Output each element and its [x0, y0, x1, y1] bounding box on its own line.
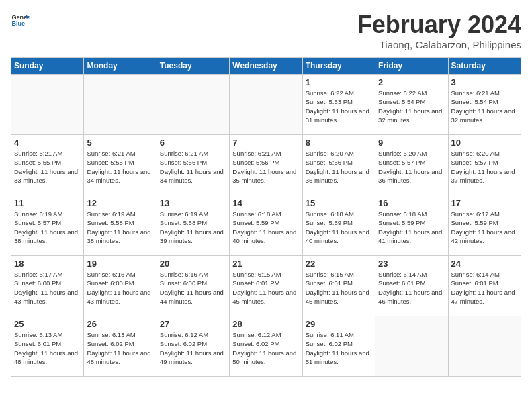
header-saturday: Saturday [448, 58, 521, 75]
day-info: Sunrise: 6:19 AMSunset: 5:57 PMDaylight:… [14, 210, 81, 245]
day-number: 14 [232, 198, 299, 208]
day-number: 11 [14, 198, 81, 208]
table-row: 26 Sunrise: 6:13 AMSunset: 6:02 PMDaylig… [84, 316, 157, 377]
day-number: 29 [306, 319, 372, 329]
day-info: Sunrise: 6:21 AMSunset: 5:55 PMDaylight:… [87, 149, 153, 185]
table-row: 21 Sunrise: 6:15 AMSunset: 6:01 PMDaylig… [230, 256, 302, 316]
day-number: 22 [306, 259, 372, 269]
day-number: 25 [14, 319, 81, 329]
header-thursday: Thursday [302, 58, 375, 75]
day-number: 27 [160, 319, 226, 329]
header-monday: Monday [84, 58, 157, 75]
table-row: 15 Sunrise: 6:18 AMSunset: 5:59 PMDaylig… [302, 195, 375, 256]
title-area: February 2024 Tiaong, Calabarzon, Philip… [357, 11, 521, 50]
day-number: 18 [14, 259, 81, 269]
table-row: 7 Sunrise: 6:21 AMSunset: 5:56 PMDayligh… [230, 135, 302, 195]
day-info: Sunrise: 6:21 AMSunset: 5:54 PMDaylight:… [451, 89, 518, 124]
day-number: 6 [160, 138, 226, 148]
table-row: 9 Sunrise: 6:20 AMSunset: 5:57 PMDayligh… [375, 135, 448, 195]
table-row [11, 75, 84, 135]
calendar-table: Sunday Monday Tuesday Wednesday Thursday… [11, 57, 521, 377]
day-number: 3 [451, 77, 518, 87]
table-row: 11 Sunrise: 6:19 AMSunset: 5:57 PMDaylig… [11, 195, 84, 256]
day-info: Sunrise: 6:12 AMSunset: 6:02 PMDaylight:… [232, 330, 299, 366]
table-row: 28 Sunrise: 6:12 AMSunset: 6:02 PMDaylig… [230, 316, 302, 377]
day-number: 24 [451, 259, 518, 269]
header: General Blue February 2024 Tiaong, Calab… [11, 11, 521, 50]
day-number: 23 [378, 259, 445, 269]
day-number: 5 [87, 138, 153, 148]
day-info: Sunrise: 6:17 AMSunset: 5:59 PMDaylight:… [451, 210, 518, 245]
header-sunday: Sunday [11, 58, 84, 75]
day-number: 16 [378, 198, 445, 208]
day-number: 1 [306, 77, 372, 87]
table-row: 24 Sunrise: 6:14 AMSunset: 6:01 PMDaylig… [448, 256, 521, 316]
day-info: Sunrise: 6:11 AMSunset: 6:02 PMDaylight:… [306, 330, 372, 366]
day-number: 9 [378, 138, 445, 148]
day-number: 8 [306, 138, 372, 148]
day-number: 10 [451, 138, 518, 148]
calendar-week-row: 1 Sunrise: 6:22 AMSunset: 5:53 PMDayligh… [11, 75, 521, 135]
calendar-week-row: 4 Sunrise: 6:21 AMSunset: 5:55 PMDayligh… [11, 135, 521, 195]
calendar-week-row: 18 Sunrise: 6:17 AMSunset: 6:00 PMDaylig… [11, 256, 521, 316]
table-row: 18 Sunrise: 6:17 AMSunset: 6:00 PMDaylig… [11, 256, 84, 316]
table-row [448, 316, 521, 377]
day-number: 13 [160, 198, 226, 208]
day-info: Sunrise: 6:15 AMSunset: 6:01 PMDaylight:… [306, 270, 372, 306]
day-info: Sunrise: 6:19 AMSunset: 5:58 PMDaylight:… [87, 210, 153, 245]
day-info: Sunrise: 6:16 AMSunset: 6:00 PMDaylight:… [160, 270, 226, 306]
day-info: Sunrise: 6:19 AMSunset: 5:58 PMDaylight:… [160, 210, 226, 245]
day-info: Sunrise: 6:20 AMSunset: 5:56 PMDaylight:… [306, 149, 372, 185]
day-info: Sunrise: 6:17 AMSunset: 6:00 PMDaylight:… [14, 270, 81, 306]
day-info: Sunrise: 6:20 AMSunset: 5:57 PMDaylight:… [378, 149, 445, 185]
table-row [84, 75, 157, 135]
day-info: Sunrise: 6:21 AMSunset: 5:55 PMDaylight:… [14, 149, 81, 185]
day-info: Sunrise: 6:13 AMSunset: 6:01 PMDaylight:… [14, 330, 81, 366]
table-row: 12 Sunrise: 6:19 AMSunset: 5:58 PMDaylig… [84, 195, 157, 256]
days-header-row: Sunday Monday Tuesday Wednesday Thursday… [11, 58, 521, 75]
day-info: Sunrise: 6:13 AMSunset: 6:02 PMDaylight:… [87, 330, 153, 366]
day-info: Sunrise: 6:22 AMSunset: 5:54 PMDaylight:… [378, 89, 445, 124]
logo: General Blue [11, 11, 30, 30]
table-row: 25 Sunrise: 6:13 AMSunset: 6:01 PMDaylig… [11, 316, 84, 377]
calendar-week-row: 11 Sunrise: 6:19 AMSunset: 5:57 PMDaylig… [11, 195, 521, 256]
svg-text:Blue: Blue [11, 20, 25, 27]
day-number: 2 [378, 77, 445, 87]
table-row: 13 Sunrise: 6:19 AMSunset: 5:58 PMDaylig… [157, 195, 229, 256]
table-row: 6 Sunrise: 6:21 AMSunset: 5:56 PMDayligh… [157, 135, 229, 195]
calendar-subtitle: Tiaong, Calabarzon, Philippines [357, 39, 521, 50]
table-row: 22 Sunrise: 6:15 AMSunset: 6:01 PMDaylig… [302, 256, 375, 316]
table-row: 8 Sunrise: 6:20 AMSunset: 5:56 PMDayligh… [302, 135, 375, 195]
table-row: 2 Sunrise: 6:22 AMSunset: 5:54 PMDayligh… [375, 75, 448, 135]
table-row: 3 Sunrise: 6:21 AMSunset: 5:54 PMDayligh… [448, 75, 521, 135]
day-info: Sunrise: 6:15 AMSunset: 6:01 PMDaylight:… [232, 270, 299, 306]
table-row: 14 Sunrise: 6:18 AMSunset: 5:59 PMDaylig… [230, 195, 302, 256]
day-number: 12 [87, 198, 153, 208]
day-number: 7 [232, 138, 299, 148]
table-row [157, 75, 229, 135]
day-number: 15 [306, 198, 372, 208]
day-info: Sunrise: 6:22 AMSunset: 5:53 PMDaylight:… [306, 89, 372, 124]
header-friday: Friday [375, 58, 448, 75]
header-wednesday: Wednesday [230, 58, 302, 75]
day-info: Sunrise: 6:14 AMSunset: 6:01 PMDaylight:… [378, 270, 445, 306]
table-row [375, 316, 448, 377]
day-number: 20 [160, 259, 226, 269]
day-info: Sunrise: 6:21 AMSunset: 5:56 PMDaylight:… [232, 149, 299, 185]
table-row: 4 Sunrise: 6:21 AMSunset: 5:55 PMDayligh… [11, 135, 84, 195]
table-row: 23 Sunrise: 6:14 AMSunset: 6:01 PMDaylig… [375, 256, 448, 316]
day-info: Sunrise: 6:18 AMSunset: 5:59 PMDaylight:… [306, 210, 372, 245]
table-row: 17 Sunrise: 6:17 AMSunset: 5:59 PMDaylig… [448, 195, 521, 256]
day-info: Sunrise: 6:20 AMSunset: 5:57 PMDaylight:… [451, 149, 518, 185]
table-row: 19 Sunrise: 6:16 AMSunset: 6:00 PMDaylig… [84, 256, 157, 316]
day-number: 21 [232, 259, 299, 269]
table-row: 29 Sunrise: 6:11 AMSunset: 6:02 PMDaylig… [302, 316, 375, 377]
day-info: Sunrise: 6:16 AMSunset: 6:00 PMDaylight:… [87, 270, 153, 306]
table-row: 27 Sunrise: 6:12 AMSunset: 6:02 PMDaylig… [157, 316, 229, 377]
table-row: 20 Sunrise: 6:16 AMSunset: 6:00 PMDaylig… [157, 256, 229, 316]
day-number: 26 [87, 319, 153, 329]
day-number: 19 [87, 259, 153, 269]
table-row [230, 75, 302, 135]
day-info: Sunrise: 6:14 AMSunset: 6:01 PMDaylight:… [451, 270, 518, 306]
header-tuesday: Tuesday [157, 58, 229, 75]
